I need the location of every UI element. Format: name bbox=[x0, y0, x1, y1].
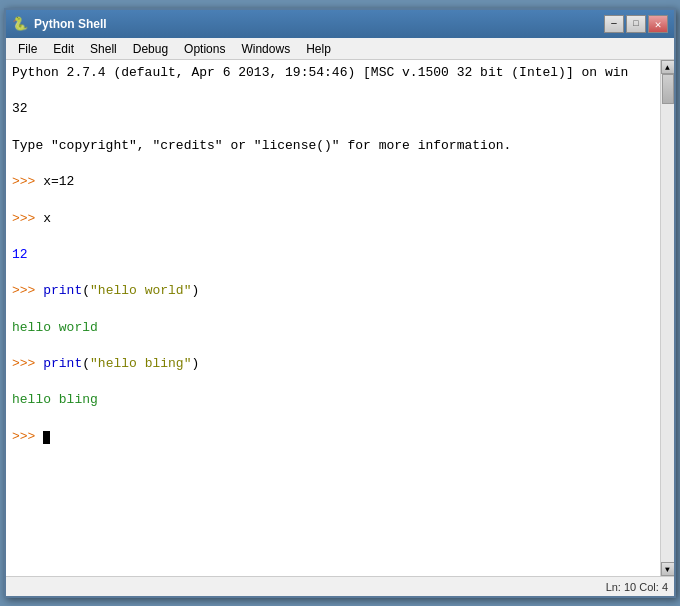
prompt-3: >>> bbox=[12, 283, 43, 298]
shell-content[interactable]: Python 2.7.4 (default, Apr 6 2013, 19:54… bbox=[6, 60, 674, 576]
output-12: 12 bbox=[12, 246, 654, 264]
cmd-2: x bbox=[43, 211, 51, 226]
info-line-2: 32 bbox=[12, 100, 654, 118]
menu-debug[interactable]: Debug bbox=[125, 40, 176, 58]
menu-help[interactable]: Help bbox=[298, 40, 339, 58]
output-hello-world: hello world bbox=[12, 319, 654, 337]
shell-output[interactable]: Python 2.7.4 (default, Apr 6 2013, 19:54… bbox=[6, 60, 660, 576]
status-bar: Ln: 10 Col: 4 bbox=[6, 576, 674, 596]
fn-print-1: print bbox=[43, 283, 82, 298]
paren-open-1: ( bbox=[82, 283, 90, 298]
shell-line-cursor: >>> bbox=[12, 428, 654, 446]
menu-options[interactable]: Options bbox=[176, 40, 233, 58]
title-bar: 🐍 Python Shell — □ ✕ bbox=[6, 10, 674, 38]
paren-open-2: ( bbox=[82, 356, 90, 371]
shell-line-2: >>> x bbox=[12, 210, 654, 228]
paren-close-1: ) bbox=[191, 283, 199, 298]
menu-bar: File Edit Shell Debug Options Windows He… bbox=[6, 38, 674, 60]
window-controls: — □ ✕ bbox=[604, 15, 668, 33]
prompt-1: >>> bbox=[12, 174, 43, 189]
menu-file[interactable]: File bbox=[10, 40, 45, 58]
shell-line-4: >>> print("hello bling") bbox=[12, 355, 654, 373]
close-button[interactable]: ✕ bbox=[648, 15, 668, 33]
str-arg-1: "hello world" bbox=[90, 283, 191, 298]
scroll-up-button[interactable]: ▲ bbox=[661, 60, 675, 74]
info-line-1: Python 2.7.4 (default, Apr 6 2013, 19:54… bbox=[12, 64, 654, 82]
shell-line-3: >>> print("hello world") bbox=[12, 282, 654, 300]
text-cursor bbox=[43, 431, 50, 444]
status-text: Ln: 10 Col: 4 bbox=[606, 581, 668, 593]
prompt-cursor: >>> bbox=[12, 429, 43, 444]
scrollbar-track[interactable] bbox=[661, 74, 674, 562]
python-shell-window: 🐍 Python Shell — □ ✕ File Edit Shell Deb… bbox=[4, 8, 676, 598]
paren-close-2: ) bbox=[191, 356, 199, 371]
python-icon: 🐍 bbox=[12, 16, 28, 32]
scrollbar-thumb[interactable] bbox=[662, 74, 674, 104]
menu-shell[interactable]: Shell bbox=[82, 40, 125, 58]
window-title: Python Shell bbox=[34, 17, 598, 31]
minimize-button[interactable]: — bbox=[604, 15, 624, 33]
scroll-down-button[interactable]: ▼ bbox=[661, 562, 675, 576]
fn-print-2: print bbox=[43, 356, 82, 371]
prompt-2: >>> bbox=[12, 211, 43, 226]
menu-windows[interactable]: Windows bbox=[233, 40, 298, 58]
scrollbar-vertical[interactable]: ▲ ▼ bbox=[660, 60, 674, 576]
cmd-1: x=12 bbox=[43, 174, 74, 189]
menu-edit[interactable]: Edit bbox=[45, 40, 82, 58]
maximize-button[interactable]: □ bbox=[626, 15, 646, 33]
shell-line-1: >>> x=12 bbox=[12, 173, 654, 191]
output-hello-bling: hello bling bbox=[12, 391, 654, 409]
str-arg-2: "hello bling" bbox=[90, 356, 191, 371]
info-line-3: Type "copyright", "credits" or "license(… bbox=[12, 137, 654, 155]
prompt-4: >>> bbox=[12, 356, 43, 371]
